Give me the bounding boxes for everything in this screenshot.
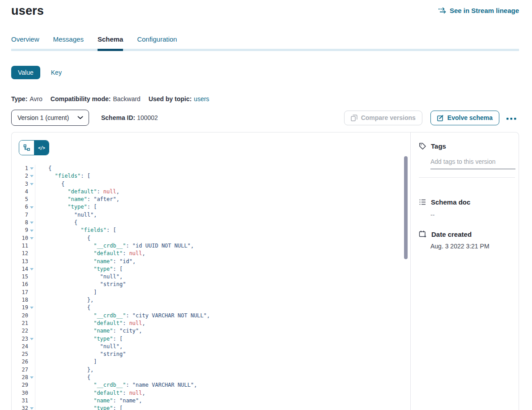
line-number: 6 — [12, 203, 28, 211]
line-number: 5 — [12, 196, 28, 203]
fold-toggle-icon[interactable] — [28, 167, 35, 170]
line-number: 10 — [12, 235, 28, 242]
fold-toggle-icon[interactable] — [28, 237, 35, 239]
schema-editor: </> 123456789101112131415161718192021222… — [12, 132, 410, 410]
tab-overview[interactable]: Overview — [11, 35, 39, 49]
code-line: "null", — [48, 273, 210, 281]
line-number: 25 — [12, 350, 28, 358]
schema-id-label: Schema ID: — [101, 114, 135, 121]
line-number: 22 — [12, 327, 28, 335]
fold-toggle-icon[interactable] — [28, 338, 35, 340]
compare-versions-button[interactable]: Compare versions — [344, 111, 422, 125]
fold-toggle-icon[interactable] — [28, 175, 35, 177]
tab-schema[interactable]: Schema — [98, 35, 123, 49]
vertical-scrollbar-thumb[interactable] — [404, 156, 408, 259]
fold-toggle-icon[interactable] — [28, 307, 35, 309]
code-line: "default": null, — [48, 389, 210, 397]
more-options-button[interactable] — [504, 113, 519, 123]
line-number: 17 — [12, 289, 28, 296]
line-number: 28 — [12, 374, 28, 381]
key-toggle-link[interactable]: Key — [51, 69, 62, 76]
page-header: users See in Stream lineage — [11, 4, 519, 18]
chevron-down-icon — [77, 116, 83, 120]
value-key-toggle: Value Key — [11, 66, 519, 79]
gutter-row: 29 — [12, 381, 35, 389]
gutter-row: 22 — [12, 327, 35, 335]
code-line: { — [48, 180, 210, 188]
code-line: "string" — [48, 350, 210, 358]
line-number: 11 — [12, 242, 28, 250]
fold-toggle-icon[interactable] — [28, 376, 35, 379]
date-created-title: Date created — [431, 231, 472, 238]
schema-sidebar: Tags Schema doc -- — [410, 132, 519, 410]
code-line: "name": "name", — [48, 397, 210, 405]
fold-toggle-icon[interactable] — [28, 230, 35, 232]
code-line: "null", — [48, 211, 210, 219]
fold-toggle-icon[interactable] — [28, 407, 35, 410]
gutter-row: 9 — [12, 226, 35, 234]
line-number: 29 — [12, 381, 28, 389]
line-number: 32 — [12, 405, 28, 410]
line-number: 27 — [12, 366, 28, 374]
evolve-schema-button[interactable]: Evolve schema — [430, 111, 499, 125]
doc-list-icon — [419, 198, 426, 206]
calendar-plus-icon — [419, 230, 427, 238]
gutter-row: 13 — [12, 258, 35, 265]
code-line: { — [48, 235, 210, 242]
code-line: "__crdb__": "id UUID NOT NULL", — [48, 242, 210, 250]
tree-view-toggle[interactable] — [19, 141, 34, 155]
tab-messages[interactable]: Messages — [53, 35, 84, 49]
line-number: 19 — [12, 304, 28, 312]
tab-configuration[interactable]: Configuration — [137, 35, 177, 49]
gutter-row: 17 — [12, 289, 35, 296]
code-line: "__crdb__": "name VARCHAR NULL", — [48, 381, 210, 389]
stream-lineage-icon — [438, 7, 447, 14]
code-line: "fields": [ — [48, 226, 210, 234]
code-line: }, — [48, 366, 210, 374]
code-line: "null", — [48, 343, 210, 350]
fold-toggle-icon[interactable] — [28, 222, 35, 224]
gutter-row: 30 — [12, 389, 35, 397]
tags-section-header: Tags — [419, 142, 515, 150]
code-line: "default": null, — [48, 188, 210, 196]
gutter-row: 20 — [12, 312, 35, 320]
code-line: "fields": [ — [48, 172, 210, 180]
line-number: 15 — [12, 273, 28, 281]
gutter-row: 28 — [12, 374, 35, 381]
version-select-value: Version 1 (current) — [17, 114, 69, 121]
fold-toggle-icon[interactable] — [28, 206, 35, 209]
schema-card: </> 123456789101112131415161718192021222… — [11, 132, 519, 410]
code-line: { — [48, 304, 210, 312]
version-toolbar: Version 1 (current) Schema ID: 100002 Co… — [11, 110, 519, 126]
fold-toggle-icon[interactable] — [28, 183, 35, 185]
code-line: "string" — [48, 281, 210, 288]
tags-input[interactable] — [430, 158, 515, 169]
topic-link[interactable]: users — [194, 95, 209, 102]
code-view-toggle[interactable]: </> — [34, 141, 49, 155]
gutter-row: 16 — [12, 281, 35, 288]
code-line: "name": "city", — [48, 327, 210, 335]
code-line: { — [48, 374, 210, 381]
evolve-schema-label: Evolve schema — [447, 114, 493, 121]
gutter-row: 25 — [12, 350, 35, 358]
gutter-row: 11 — [12, 242, 35, 250]
compare-icon — [351, 115, 358, 121]
stream-lineage-link[interactable]: See in Stream lineage — [438, 7, 519, 14]
line-number: 26 — [12, 358, 28, 366]
schema-page: users See in Stream lineage Overview Mes… — [0, 0, 532, 410]
code-line: "name": "id", — [48, 258, 210, 265]
compatibility-group: Compatibility mode:Backward — [51, 95, 140, 102]
code-icon: </> — [38, 145, 45, 150]
date-created-value: Aug. 3 2022 3:21 PM — [430, 243, 515, 250]
gutter-row: 18 — [12, 296, 35, 304]
line-number: 18 — [12, 296, 28, 304]
gutter-row: 26 — [12, 358, 35, 366]
version-select[interactable]: Version 1 (current) — [11, 110, 89, 126]
gutter-row: 19 — [12, 304, 35, 312]
line-number: 7 — [12, 211, 28, 219]
gutter-row: 3 — [12, 180, 35, 188]
value-toggle-button[interactable]: Value — [11, 66, 40, 79]
code-viewer: 1234567891011121314151617181920212223242… — [12, 165, 410, 410]
fold-toggle-icon[interactable] — [28, 268, 35, 270]
line-number: 2 — [12, 172, 28, 180]
